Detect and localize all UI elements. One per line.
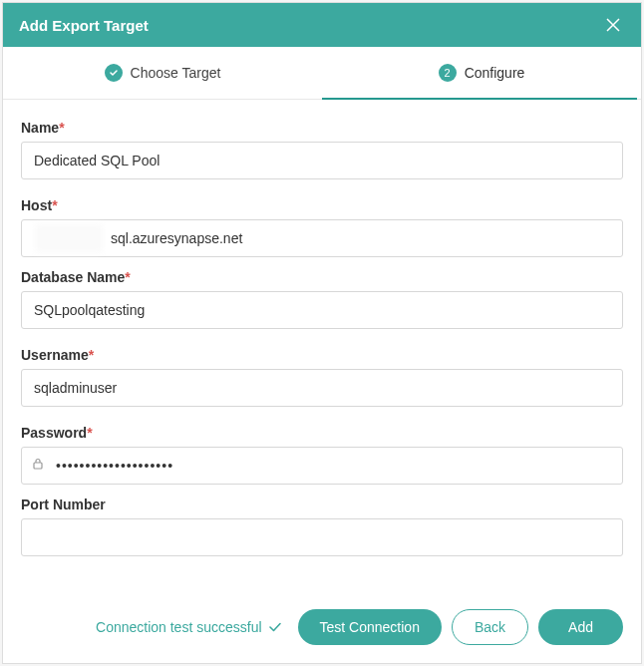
password-label: Password* xyxy=(21,425,623,441)
lock-icon xyxy=(31,457,45,475)
step-label: Configure xyxy=(465,65,525,81)
step-number-badge: 2 xyxy=(439,64,457,82)
close-icon xyxy=(605,17,621,33)
step-choose-target[interactable]: Choose Target xyxy=(3,47,322,99)
svg-rect-0 xyxy=(34,463,42,469)
host-label: Host* xyxy=(21,197,623,213)
name-label: Name* xyxy=(21,120,623,136)
stepper: Choose Target 2 Configure xyxy=(3,47,641,100)
password-input[interactable] xyxy=(21,447,623,485)
database-name-label: Database Name* xyxy=(21,269,623,285)
check-icon xyxy=(268,620,282,634)
dialog-header: Add Export Target xyxy=(3,3,641,47)
back-button[interactable]: Back xyxy=(452,609,528,645)
add-export-target-dialog: Add Export Target Choose Target 2 Config… xyxy=(2,2,642,664)
active-step-underline xyxy=(322,98,637,100)
username-input[interactable] xyxy=(21,369,623,407)
step-configure[interactable]: 2 Configure xyxy=(322,47,641,99)
close-button[interactable] xyxy=(601,13,625,37)
name-input[interactable] xyxy=(21,142,623,179)
configure-form: Name* Host* sql.azuresynapse.net Databas… xyxy=(3,100,641,597)
host-input-wrap: sql.azuresynapse.net xyxy=(21,219,623,257)
connection-status-text: Connection test successful xyxy=(96,619,262,635)
add-button[interactable]: Add xyxy=(538,609,623,645)
port-number-input[interactable] xyxy=(21,518,623,556)
redacted-host-prefix xyxy=(35,224,103,252)
database-name-input[interactable] xyxy=(21,291,623,329)
dialog-title: Add Export Target xyxy=(19,17,149,34)
test-connection-button[interactable]: Test Connection xyxy=(298,609,442,645)
host-input[interactable] xyxy=(21,219,623,257)
port-number-label: Port Number xyxy=(21,497,623,512)
username-label: Username* xyxy=(21,347,623,363)
dialog-footer: Connection test successful Test Connecti… xyxy=(3,597,641,663)
connection-status: Connection test successful xyxy=(96,619,282,635)
check-icon xyxy=(105,64,123,82)
step-label: Choose Target xyxy=(131,65,221,81)
